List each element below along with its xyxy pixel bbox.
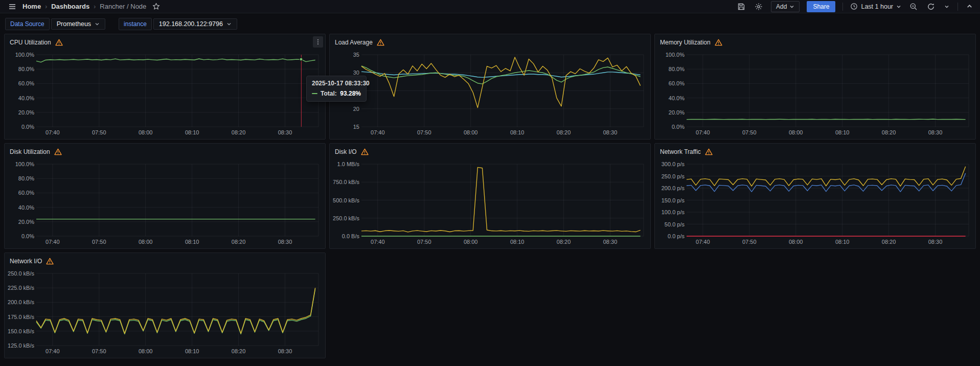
y-tick-label: 125.0 kB/s — [8, 342, 34, 349]
panel-title[interactable]: Disk Utilization — [10, 148, 50, 155]
y-tick-label: 1.0 MB/s — [337, 161, 359, 167]
series-color-swatch — [312, 93, 317, 94]
panel-disk_io: Disk I/O0.0 B/s250.0 kB/s500.0 kB/s750.0… — [329, 143, 651, 249]
y-tick-label: 60.0% — [669, 80, 685, 86]
series-line — [36, 59, 315, 62]
chevron-down-icon[interactable] — [896, 4, 901, 9]
zoom-out-time-icon[interactable] — [908, 2, 919, 12]
y-tick-label: 0.0% — [21, 233, 34, 239]
x-tick-label: 07:40 — [696, 239, 710, 245]
y-tick-label: 0.0 p/s — [668, 233, 685, 239]
x-tick-label: 08:10 — [510, 239, 525, 245]
warning-triangle-icon — [361, 148, 369, 155]
y-tick-label: 0.0 B/s — [342, 233, 359, 239]
panel-header: Memory Utilization — [655, 34, 975, 48]
chart-plot-area[interactable] — [687, 55, 969, 127]
y-tick-label: 150.0 p/s — [662, 197, 685, 203]
series-line — [687, 119, 966, 120]
chart-tooltip: 2025-10-17 08:33:30 Total: 93.28% — [306, 76, 367, 102]
variable-datasource-label: Data Source — [5, 18, 50, 30]
series-line — [361, 167, 641, 232]
y-tick-label: 300.0 p/s — [662, 161, 685, 167]
collapse-kiosk-chevron-up-icon[interactable] — [965, 2, 974, 11]
y-tick-label: 150.0 kB/s — [8, 328, 34, 334]
star-icon[interactable] — [151, 2, 161, 11]
x-axis: 07:4007:5008:0008:1008:2008:30 — [36, 348, 318, 356]
variable-instance-label: instance — [119, 18, 152, 30]
time-range-picker[interactable]: Last 1 hour — [850, 3, 901, 10]
tooltip-series-value: 93.28% — [340, 90, 361, 97]
y-tick-label: 225.0 kB/s — [8, 285, 34, 291]
warning-triangle-icon — [705, 148, 713, 155]
series-line — [36, 289, 315, 334]
refresh-interval-chevron-icon[interactable] — [943, 3, 950, 10]
breadcrumb-dashboards[interactable]: Dashboards — [51, 3, 89, 10]
panel-title[interactable]: Network I/O — [10, 258, 42, 265]
chart-plot-area[interactable] — [361, 164, 644, 236]
nav-divider — [958, 3, 958, 11]
y-tick-label: 50.0 p/s — [665, 221, 685, 227]
y-tick-label: 80.0% — [669, 66, 685, 72]
share-button[interactable]: Share — [807, 1, 835, 12]
x-axis: 07:4007:5008:0008:1008:2008:30 — [687, 239, 969, 247]
x-axis: 07:4007:5008:0008:1008:2008:30 — [361, 239, 644, 247]
panel-cpu: CPU Utilization0.0%20.0%40.0%60.0%80.0%1… — [4, 34, 326, 140]
refresh-icon[interactable] — [926, 2, 936, 12]
x-tick-label: 08:20 — [232, 129, 246, 135]
y-tick-label: 20.0% — [669, 109, 685, 116]
breadcrumb-home[interactable]: Home — [22, 3, 41, 10]
x-tick-label: 08:30 — [278, 239, 292, 245]
warning-triangle-icon — [55, 39, 63, 46]
x-tick-label: 07:50 — [742, 239, 757, 245]
chart-plot-area[interactable] — [36, 55, 318, 127]
x-tick-label: 07:40 — [45, 239, 60, 245]
y-tick-label: 100.0% — [15, 161, 34, 167]
tooltip-series-row: Total: 93.28% — [312, 90, 361, 97]
chart-plot-area[interactable] — [687, 164, 969, 236]
chart-plot-area[interactable] — [361, 55, 644, 127]
top-navbar: Home › Dashboards › Rancher / Node Add S… — [0, 0, 980, 13]
y-tick-label: 250.0 kB/s — [333, 215, 359, 221]
panel-menu-kebab-icon[interactable] — [313, 36, 323, 48]
hamburger-menu-icon[interactable] — [7, 2, 17, 12]
add-button[interactable]: Add — [771, 1, 800, 12]
dashboard-settings-gear-icon[interactable] — [754, 2, 764, 12]
panel-title[interactable]: Load Average — [335, 39, 373, 46]
x-axis: 07:4007:5008:0008:1008:2008:30 — [36, 129, 318, 138]
dashboard-panel-grid: CPU Utilization0.0%20.0%40.0%60.0%80.0%1… — [4, 34, 976, 358]
panel-disk_util: Disk Utilization0.0%20.0%40.0%60.0%80.0%… — [4, 143, 326, 249]
y-tick-label: 200.0 kB/s — [8, 299, 34, 305]
y-tick-label: 35 — [353, 52, 359, 58]
y-tick-label: 175.0 kB/s — [8, 314, 34, 320]
variable-instance-value: 192.168.200.122:9796 — [159, 20, 223, 28]
variable-instance-select[interactable]: 192.168.200.122:9796 — [153, 18, 237, 30]
y-tick-label: 100.0 p/s — [662, 209, 685, 215]
y-axis: 0.0%20.0%40.0%60.0%80.0%100.0% — [8, 55, 34, 127]
chart-plot-area[interactable] — [36, 273, 318, 346]
y-axis: 0.0 B/s250.0 kB/s500.0 kB/s750.0 kB/s1.0… — [333, 164, 359, 236]
chevron-down-icon — [95, 21, 100, 27]
nav-divider — [842, 3, 843, 11]
panel-header: Disk I/O — [330, 144, 650, 157]
breadcrumb-separator: › — [94, 3, 96, 10]
panel-header: Network Traffic — [655, 144, 975, 157]
y-tick-label: 100.0% — [666, 52, 685, 58]
x-axis: 07:4007:5008:0008:1008:2008:30 — [36, 239, 318, 247]
variable-datasource-select[interactable]: Prometheus — [51, 18, 105, 30]
x-tick-label: 08:30 — [928, 129, 943, 135]
panel-title[interactable]: CPU Utilization — [10, 39, 51, 46]
save-dashboard-icon[interactable] — [736, 2, 746, 12]
breadcrumb-current-dashboard: Rancher / Node — [100, 3, 146, 10]
x-tick-label: 08:00 — [789, 239, 803, 245]
series-line — [36, 288, 315, 333]
x-tick-label: 08:20 — [557, 129, 571, 135]
y-tick-label: 500.0 kB/s — [333, 197, 359, 203]
panel-title[interactable]: Memory Utilization — [660, 39, 711, 46]
panel-net_io: Network I/O125.0 kB/s150.0 kB/s175.0 kB/… — [4, 253, 326, 358]
x-tick-label: 07:50 — [92, 239, 106, 245]
panel-title[interactable]: Disk I/O — [335, 148, 357, 155]
chart-plot-area[interactable] — [36, 164, 318, 236]
x-tick-label: 07:50 — [417, 239, 431, 245]
panel-title[interactable]: Network Traffic — [660, 148, 701, 155]
y-tick-label: 80.0% — [18, 66, 34, 72]
